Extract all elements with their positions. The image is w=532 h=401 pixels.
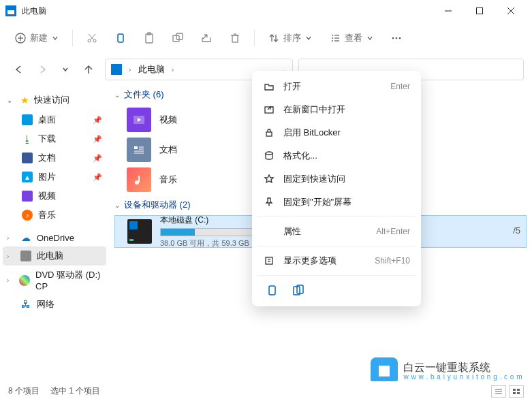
pin-icon: 📌 [93,135,102,144]
up-button[interactable] [82,63,95,76]
sort-label: 排序 [283,32,301,44]
svg-rect-13 [118,34,123,42]
breadcrumb[interactable]: 此电脑 [138,63,165,76]
sidebar-item-network[interactable]: 🖧网络 [3,295,106,314]
sort-button[interactable]: 排序 [262,26,319,50]
more-icon [263,255,275,267]
svg-point-29 [392,37,394,39]
svg-marker-46 [265,175,273,182]
ctx-separator [257,275,416,276]
videos-icon [22,191,33,202]
sidebar-item-desktop[interactable]: 桌面📌 [3,110,106,129]
chevron-right-icon: › [7,253,15,260]
context-menu: 打开Enter 在新窗口中打开 启用 BitLocker 格式化... 固定到快… [252,71,421,306]
drive-usage-text: 38.0 GB 可用，共 59.3 GB [160,238,255,248]
videos-folder-icon [127,108,151,132]
status-selected: 选中 1 个项目 [50,385,100,397]
ctx-paste-icon[interactable] [292,284,305,300]
svg-rect-59 [517,392,520,394]
paste-button[interactable] [137,26,161,50]
pin-icon: 📌 [93,116,102,125]
ctx-separator [257,246,416,246]
chevron-icon: › [172,65,174,74]
icons-view-button[interactable] [509,385,524,398]
pc-icon [111,64,122,75]
ctx-more-options[interactable]: 显示更多选项Shift+F10 [256,249,417,272]
window-title: 此电脑 [22,5,433,17]
music-folder-icon [127,167,151,192]
more-button[interactable] [384,26,409,50]
ctx-open[interactable]: 打开Enter [256,75,417,98]
desktop-icon [22,114,33,125]
svg-point-30 [396,37,398,39]
pin-icon: 📌 [93,154,102,163]
ctx-bitlocker[interactable]: 启用 BitLocker [256,121,417,144]
copy-button[interactable] [108,26,133,50]
svg-rect-35 [134,146,138,149]
watermark-url: w w w . b a i y u n x i t o n g . c o m [403,373,522,381]
svg-rect-18 [232,35,238,42]
maximize-button[interactable] [464,0,495,22]
star-icon: ★ [19,95,30,106]
pictures-icon: ▲ [22,172,33,182]
watermark-logo [371,357,398,385]
recent-button[interactable] [59,63,72,76]
details-view-button[interactable] [491,385,506,398]
pin-icon: 📌 [93,173,102,182]
svg-rect-58 [513,392,516,394]
cut-button[interactable] [80,26,104,50]
chevron-down-icon: ⌄ [114,202,120,209]
sidebar-item-dvd[interactable]: ›DVD 驱动器 (D:) CP [3,266,106,295]
view-button[interactable]: 查看 [323,26,380,50]
lock-icon [263,127,275,139]
ctx-copy-icon[interactable] [266,284,279,300]
drive-usage-bar [160,228,255,236]
pin-icon [263,196,275,208]
sidebar-item-music[interactable]: ♪音乐 [3,206,106,225]
delete-button[interactable] [223,26,247,50]
ctx-pin-quick[interactable]: 固定到快速访问 [256,167,417,191]
ctx-open-new-window[interactable]: 在新窗口中打开 [256,98,417,121]
devices-header-label: 设备和驱动器 (2) [124,199,191,211]
documents-folder-icon [127,138,151,162]
svg-rect-47 [266,257,272,264]
quick-access-label: 快速访问 [34,94,69,106]
new-button[interactable]: 新建 [8,26,65,50]
rename-button[interactable] [166,26,190,50]
view-label: 查看 [345,32,362,44]
document-icon [22,153,33,163]
close-button[interactable] [495,0,527,22]
ctx-properties[interactable]: 属性Alt+Enter [256,220,417,243]
ctx-format[interactable]: 格式化... [256,144,417,167]
chevron-icon: › [129,65,131,74]
network-icon: 🖧 [20,299,31,310]
quick-access-header[interactable]: ⌄ ★ 快速访问 [3,90,106,110]
minimize-button[interactable] [433,0,464,22]
svg-rect-3 [477,8,483,14]
svg-rect-56 [513,389,516,391]
status-item-count: 8 个项目 [8,385,40,397]
sidebar-item-videos[interactable]: 视频 [3,187,106,206]
cloud-icon: ☁ [20,232,31,243]
ctx-pin-start[interactable]: 固定到"开始"屏幕 [256,191,417,214]
chevron-down-icon: ⌄ [114,91,120,99]
pc-icon [20,251,31,261]
sidebar-item-documents[interactable]: 文档📌 [3,148,106,167]
sidebar-item-downloads[interactable]: ⭳下载📌 [3,129,106,148]
dvd-icon [19,275,30,286]
back-button[interactable] [12,63,26,76]
svg-point-31 [399,37,401,39]
drive-name: 本地磁盘 (C:) [160,214,255,226]
new-window-icon [263,103,275,116]
sidebar-item-onedrive[interactable]: ›☁OneDrive [3,229,106,246]
sidebar-item-pictures[interactable]: ▲图片📌 [3,167,106,187]
folder-open-icon [263,80,275,93]
share-button[interactable] [194,26,219,50]
toolbar-sep [72,30,73,46]
nav-pane: ⌄ ★ 快速访问 桌面📌 ⭳下载📌 文档📌 ▲图片📌 视频 ♪音乐 ›☁OneD… [0,84,109,381]
sidebar-item-thispc[interactable]: ›此电脑 [3,246,106,266]
svg-rect-41 [138,176,140,182]
svg-rect-1 [7,7,14,10]
drive-extra-text: /5 [513,225,520,236]
forward-button[interactable] [35,63,49,76]
